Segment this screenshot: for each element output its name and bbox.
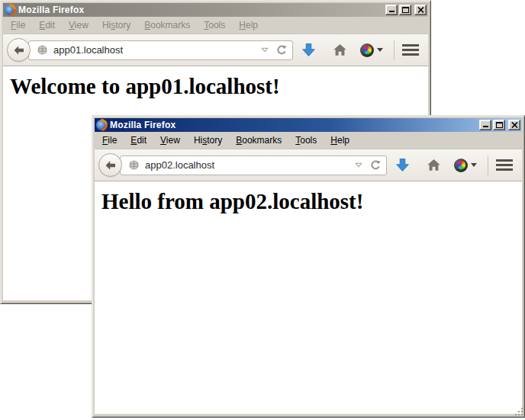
menu-label: dit <box>45 20 55 30</box>
download-arrow-icon <box>301 43 316 57</box>
url-bar[interactable]: app01.localhost <box>28 40 293 60</box>
menu-bar: File Edit View History Bookmarks Tools H… <box>95 132 522 149</box>
home-icon <box>333 43 347 56</box>
reload-icon <box>370 160 381 171</box>
color-picker-extension-button[interactable] <box>360 43 383 57</box>
page-heading: Hello from app02.localhost! <box>101 189 522 214</box>
menu-mnemonic: V <box>69 20 75 30</box>
downloads-button[interactable] <box>301 43 316 57</box>
menu-label: Hi <box>194 135 202 146</box>
minimize-button[interactable] <box>479 120 491 130</box>
maximize-button[interactable] <box>399 5 411 15</box>
menu-tools[interactable]: Tools <box>199 18 230 32</box>
url-text: app01.localhost <box>53 44 258 56</box>
navigation-toolbar: app01.localhost <box>3 34 428 66</box>
color-wheel-icon <box>360 43 374 57</box>
close-icon <box>511 122 518 128</box>
url-dropdown-button[interactable] <box>258 47 272 53</box>
close-button[interactable] <box>508 120 520 130</box>
menu-mnemonic: V <box>160 135 166 146</box>
color-wheel-icon <box>454 159 468 172</box>
menu-bookmarks[interactable]: Bookmarks <box>140 18 195 32</box>
caret-down-icon <box>377 48 383 52</box>
menu-label: elp <box>246 20 258 30</box>
maximize-icon <box>402 7 409 13</box>
chevron-down-icon <box>261 47 269 53</box>
url-text: app02.localhost <box>145 159 352 171</box>
menu-label: ools <box>300 135 317 146</box>
menu-help[interactable]: Help <box>326 133 354 147</box>
app-menu-button[interactable] <box>496 159 513 171</box>
page-heading: Welcome to app01.localhost! <box>10 74 428 99</box>
back-arrow-icon <box>105 159 117 172</box>
caret-down-icon <box>471 163 477 167</box>
firefox-icon <box>96 120 107 130</box>
close-button[interactable] <box>414 5 427 15</box>
minimize-icon <box>389 11 395 12</box>
page-content: Hello from app02.localhost! <box>95 181 522 414</box>
menu-label: ile <box>16 20 25 30</box>
minimize-icon <box>483 126 488 127</box>
menu-help[interactable]: Help <box>234 18 262 32</box>
chevron-down-icon <box>355 162 362 168</box>
menu-edit[interactable]: Edit <box>34 18 60 32</box>
menu-label: iew <box>75 20 89 30</box>
menu-tools[interactable]: Tools <box>291 133 321 147</box>
titlebar[interactable]: Mozilla Firefox <box>3 3 428 17</box>
menu-label: Hi <box>102 20 111 30</box>
minimize-button[interactable] <box>385 5 398 15</box>
menu-file[interactable]: File <box>6 18 30 32</box>
maximize-button[interactable] <box>493 120 505 130</box>
back-button[interactable] <box>98 153 122 177</box>
resize-grip[interactable] <box>521 414 523 415</box>
downloads-button[interactable] <box>395 158 410 172</box>
toolbar-separator <box>488 155 488 175</box>
home-button[interactable] <box>427 159 441 172</box>
menu-label: ile <box>108 135 117 146</box>
home-button[interactable] <box>333 43 347 56</box>
globe-icon[interactable] <box>128 159 140 171</box>
url-bar[interactable]: app02.localhost <box>120 155 387 175</box>
window-title: Mozilla Firefox <box>18 5 385 15</box>
menu-bookmarks[interactable]: Bookmarks <box>231 133 286 147</box>
back-button[interactable] <box>7 38 31 62</box>
window-title: Mozilla Firefox <box>110 120 479 130</box>
menu-label: dit <box>137 135 147 146</box>
firefox-icon <box>5 5 15 15</box>
globe-icon[interactable] <box>37 44 48 56</box>
window-controls <box>385 5 427 15</box>
navigation-toolbar: app02.localhost <box>95 149 522 181</box>
close-icon <box>417 7 424 13</box>
menu-mnemonic: H <box>330 135 337 146</box>
browser-window-app02: Mozilla Firefox File Edit View History B… <box>92 115 525 418</box>
menu-label: ools <box>208 20 225 30</box>
menu-label: tory <box>207 135 222 146</box>
menu-history[interactable]: History <box>189 133 227 147</box>
titlebar[interactable]: Mozilla Firefox <box>95 118 522 132</box>
menu-file[interactable]: File <box>98 133 121 147</box>
menu-label: ookmarks <box>150 20 190 30</box>
menu-label: ookmarks <box>242 135 282 146</box>
app-menu-button[interactable] <box>402 44 419 56</box>
url-dropdown-button[interactable] <box>352 162 366 168</box>
back-arrow-icon <box>13 44 25 56</box>
menu-history[interactable]: History <box>98 18 135 32</box>
menu-label: tory <box>115 20 130 30</box>
toolbar-separator <box>394 40 395 60</box>
reload-icon <box>276 45 287 56</box>
color-picker-extension-button[interactable] <box>454 159 477 172</box>
menu-label: elp <box>337 135 349 146</box>
menu-mnemonic: H <box>239 20 246 30</box>
reload-button[interactable] <box>370 160 381 171</box>
window-controls <box>479 120 520 130</box>
home-icon <box>427 159 441 172</box>
menu-view[interactable]: View <box>64 18 93 32</box>
menu-view[interactable]: View <box>156 133 185 147</box>
menu-edit[interactable]: Edit <box>126 133 151 147</box>
reload-button[interactable] <box>276 45 287 56</box>
download-arrow-icon <box>395 158 410 172</box>
menu-bar: File Edit View History Bookmarks Tools H… <box>3 17 428 34</box>
menu-label: iew <box>166 135 180 146</box>
maximize-icon <box>496 122 503 128</box>
